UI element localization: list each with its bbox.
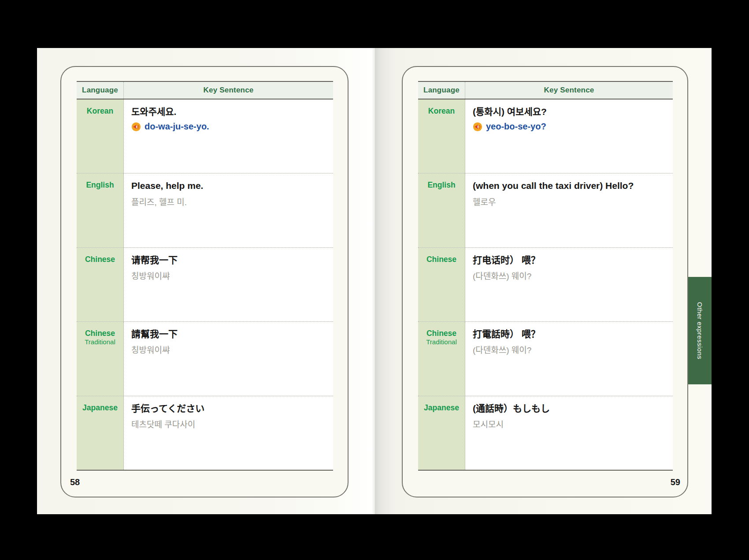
language-label: Japanese: [418, 403, 465, 413]
open-book-paper: Language Key Sentence Korean 도와주세요.: [37, 48, 712, 514]
table-row-chinese: Chinese 请帮我一下 칭방워이쌰: [77, 247, 333, 321]
key-sentence: (when you call the taxi driver) Hello?: [473, 180, 666, 192]
table-body: Korean (통화시) 여보세요?: [418, 99, 673, 471]
table-row-chinese-traditional: Chinese Traditional 打電話時） 喂？ (다덴화쓰) 웨이?: [418, 321, 673, 395]
language-label: English: [418, 181, 465, 190]
language-label: Chinese: [77, 329, 123, 338]
page-left: Language Key Sentence Korean 도와주세요.: [37, 48, 375, 514]
column-header-key-sentence: Key Sentence: [465, 82, 673, 99]
column-header-key-sentence: Key Sentence: [124, 82, 333, 99]
table-row-chinese-traditional: Chinese Traditional 請幫我一下 칭방워이쌰: [77, 321, 333, 395]
romanization-line: do-wa-ju-se-yo.: [131, 122, 326, 132]
romanization-text: do-wa-ju-se-yo.: [145, 122, 209, 132]
phonetic-text: (다덴화쓰) 웨이?: [473, 271, 666, 282]
page-number: 59: [671, 477, 680, 487]
phonetic-text: 칭방워이쌰: [131, 345, 326, 356]
table-row-korean: Korean (통화시) 여보세요?: [418, 99, 673, 173]
phonetic-text: 헬로우: [473, 197, 666, 208]
phonetic-text: (다덴화쓰) 웨이?: [473, 345, 666, 356]
phrase-table-left: Language Key Sentence Korean 도와주세요.: [77, 81, 333, 471]
phrase-table-right: Language Key Sentence Korean (통화시) 여보세요?: [418, 81, 673, 471]
language-sublabel: Traditional: [77, 338, 123, 346]
megaphone-icon: [131, 122, 141, 132]
table-row-english: English Please, help me. 플리즈, 헬프 미.: [77, 173, 333, 247]
table-body: Korean 도와주세요.: [77, 99, 333, 471]
table-header-row: Language Key Sentence: [77, 81, 333, 99]
romanization-line: yeo-bo-se-yo?: [473, 122, 666, 132]
key-sentence: 도와주세요.: [131, 106, 326, 118]
language-label: Korean: [77, 107, 123, 116]
page-right: Language Key Sentence Korean (통화시) 여보세요?: [375, 48, 712, 514]
language-sublabel: Traditional: [418, 338, 465, 346]
key-sentence: 打電話時） 喂？: [473, 328, 666, 340]
phonetic-text: 테츠닷떼 쿠다사이: [131, 420, 326, 431]
book-spread: Language Key Sentence Korean 도와주세요.: [0, 0, 749, 560]
language-label: English: [77, 181, 123, 190]
key-sentence: 打电话时） 喂？: [473, 254, 666, 266]
language-label: Korean: [418, 107, 465, 116]
key-sentence: 請幫我一下: [131, 328, 326, 340]
phonetic-text: 모시모시: [473, 420, 666, 431]
column-header-language: Language: [77, 82, 124, 99]
table-row-japanese: Japanese (通話時）もしもし 모시모시: [418, 396, 673, 470]
key-sentence: (通話時）もしもし: [473, 402, 666, 414]
megaphone-icon: [473, 122, 482, 132]
phrase-card-left: Language Key Sentence Korean 도와주세요.: [60, 66, 349, 497]
language-label: Chinese: [418, 255, 465, 264]
phonetic-text: 칭방워이쌰: [131, 271, 326, 282]
language-label: Chinese: [77, 255, 123, 264]
column-header-language: Language: [418, 82, 465, 99]
language-label: Chinese: [418, 329, 465, 338]
key-sentence: 手伝ってください: [131, 402, 326, 414]
page-number: 58: [70, 477, 80, 487]
phrase-card-right: Language Key Sentence Korean (통화시) 여보세요?: [402, 66, 688, 497]
table-row-english: English (when you call the taxi driver) …: [418, 173, 673, 247]
key-sentence: (통화시) 여보세요?: [473, 106, 666, 118]
table-row-japanese: Japanese 手伝ってください 테츠닷떼 쿠다사이: [77, 396, 333, 470]
key-sentence: Please, help me.: [131, 180, 326, 192]
table-header-row: Language Key Sentence: [418, 81, 673, 99]
romanization-text: yeo-bo-se-yo?: [486, 122, 546, 132]
table-row-korean: Korean 도와주세요.: [77, 99, 333, 173]
phonetic-text: 플리즈, 헬프 미.: [131, 197, 326, 208]
table-row-chinese: Chinese 打电话时） 喂？ (다덴화쓰) 웨이?: [418, 247, 673, 321]
section-tab-label: Other expressions: [696, 302, 704, 359]
section-tab-other-expressions: Other expressions: [688, 277, 712, 384]
key-sentence: 请帮我一下: [131, 254, 326, 266]
language-label: Japanese: [77, 403, 123, 413]
